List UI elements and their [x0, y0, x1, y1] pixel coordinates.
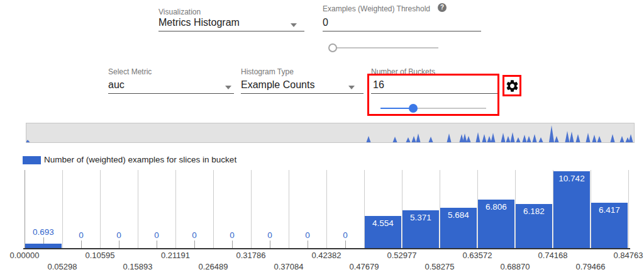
x-tick-label: 0.79466: [569, 262, 613, 271]
chart-gridline: [628, 170, 629, 249]
x-tick-label: 0.15893: [116, 262, 160, 271]
bar-annotation: 6.182: [516, 207, 552, 216]
x-tick-label: 0.21191: [153, 251, 197, 260]
x-tick-label: 0.26489: [191, 262, 235, 271]
x-tick-label: 0.68870: [493, 262, 537, 271]
metrics-histogram-chart: 0.000000.052980.105950.158930.211910.264…: [0, 0, 644, 272]
x-tick-label: 0.52977: [380, 251, 424, 260]
bar-annotation: 4.554: [365, 218, 401, 228]
x-tick-label: 0.37084: [267, 262, 311, 271]
bar-annotation: 6.806: [478, 202, 514, 212]
x-tick-label: 0.84763: [606, 251, 644, 260]
annotation-stem: [43, 237, 44, 244]
x-tick-label: 0.74168: [531, 251, 575, 260]
bar-annotation: 10.742: [553, 174, 590, 183]
x-tick-label: 0.00000: [3, 251, 47, 260]
bar-annotation: 6.417: [591, 205, 628, 215]
metrics-histogram-view: Visualization Metrics Histogram Examples…: [0, 0, 644, 272]
x-tick-label: 0.42382: [304, 251, 348, 260]
x-tick-label: 0.31786: [229, 251, 273, 260]
x-tick-label: 0.47679: [342, 262, 386, 271]
bar-annotation: 5.684: [440, 210, 477, 220]
bar-annotation: 0: [323, 230, 367, 240]
x-tick-label: 0.10595: [78, 251, 122, 260]
x-tick-label: 0.58275: [418, 262, 462, 271]
x-tick-label: 0.05298: [40, 262, 84, 271]
x-axis-line: [23, 248, 630, 249]
x-tick-label: 0.63572: [455, 251, 499, 260]
bar-annotation: 5.371: [402, 213, 439, 222]
chart-gridline: [25, 170, 25, 249]
